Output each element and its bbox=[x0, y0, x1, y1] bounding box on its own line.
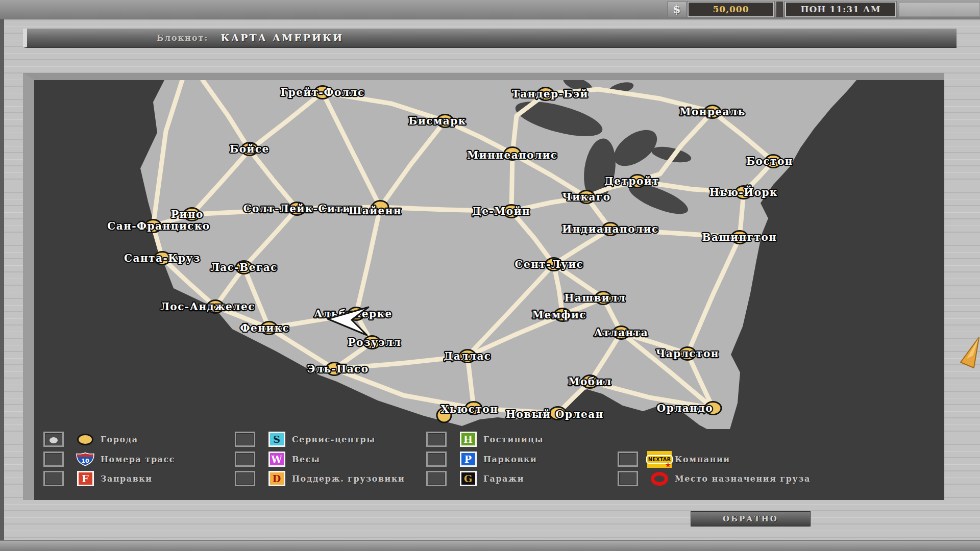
checkbox-companies[interactable] bbox=[618, 452, 638, 467]
fuel-icon: F bbox=[70, 470, 101, 487]
city-label: Солт-Лейк-Сити bbox=[243, 203, 351, 215]
topbar: $ 50,000 ПОН 11:31 АМ bbox=[0, 0, 980, 19]
back-button[interactable]: ОБРАТНО bbox=[691, 511, 811, 527]
legend-label-hotels: Гостиницы bbox=[483, 431, 544, 447]
city-label: Даллас bbox=[444, 350, 491, 362]
city-label: Миннеаполис bbox=[467, 149, 558, 161]
legend-item-companies: NEXTAR★Компании bbox=[618, 451, 944, 467]
legend-item-hotels: HГостиницы bbox=[426, 431, 753, 447]
city-label: Монреаль bbox=[679, 106, 745, 118]
city-label: Бисмарк bbox=[408, 115, 466, 127]
legend-label-truck-support: Поддерж. грузовики bbox=[292, 470, 405, 487]
garages-icon: G bbox=[453, 470, 483, 487]
scales-icon: W bbox=[261, 451, 292, 467]
checkbox-fuel[interactable] bbox=[43, 471, 64, 486]
city-label: Детройт bbox=[604, 175, 659, 187]
mouse-cursor bbox=[958, 334, 980, 371]
page-title: КАРТА АМЕРИКИ bbox=[220, 32, 344, 43]
city-label: Атланта bbox=[594, 327, 648, 339]
legend-label-garages: Гаражи bbox=[483, 470, 524, 487]
city-label: Лас-Вегас bbox=[210, 261, 278, 273]
city-label: Индианаполис bbox=[562, 223, 658, 235]
legend-label-fuel: Заправки bbox=[101, 470, 153, 487]
legend-item-cargo-destination: Место назначения груза bbox=[618, 470, 944, 487]
time-display: ПОН 11:31 АМ bbox=[785, 2, 896, 17]
legend-label-parking: Парковки bbox=[483, 451, 537, 467]
topbar-right-bumper bbox=[899, 2, 980, 17]
parking-icon: P bbox=[453, 451, 483, 467]
city-label: Сент-Луис bbox=[515, 258, 584, 270]
city-label: Новый Орлеан bbox=[506, 408, 604, 420]
legend-label-cargo-destination: Место назначения груза bbox=[675, 470, 811, 487]
usa-map[interactable]: Грейт-ФоллсТандер-БэйМонреальБисмаркБойс… bbox=[34, 80, 944, 429]
companies-icon: NEXTAR★ bbox=[644, 451, 675, 467]
city-label: Шайенн bbox=[349, 205, 402, 217]
hotels-icon: H bbox=[453, 431, 483, 447]
screen-bottom-edge bbox=[0, 540, 980, 551]
legend-label-route-numbers: Номера трасс bbox=[101, 451, 175, 467]
money-display: 50,000 bbox=[688, 2, 774, 17]
service-centers-icon: S bbox=[261, 431, 292, 447]
notebook-label: Блокнот: bbox=[157, 33, 208, 43]
legend: МАСШТАБ − + Города10Номера трассFЗаправк… bbox=[34, 429, 944, 500]
city-label: Хьюстон bbox=[441, 403, 499, 415]
legend-label-service-centers: Сервис-центры bbox=[292, 431, 376, 447]
game-screen: $ 50,000 ПОН 11:31 АМ Блокнот: КАРТА АМЕ… bbox=[0, 0, 980, 551]
legend-label-companies: Компании bbox=[675, 451, 730, 467]
city-label: Де-Мойн bbox=[472, 205, 530, 217]
dollar-icon: $ bbox=[667, 2, 687, 17]
legend-label-cities: Города bbox=[101, 431, 138, 447]
screen-left-edge bbox=[0, 0, 4, 551]
notebook-titlebar: Блокнот: КАРТА АМЕРИКИ bbox=[23, 29, 957, 48]
cities-icon bbox=[70, 431, 101, 447]
checkbox-hotels[interactable] bbox=[426, 432, 447, 447]
city-label: Рино bbox=[171, 208, 204, 220]
checkbox-truck-support[interactable] bbox=[235, 471, 255, 486]
city-label: Розуэлл bbox=[348, 336, 402, 348]
city-label: Мемфис bbox=[532, 309, 586, 321]
city-label: Феникс bbox=[240, 322, 290, 334]
cargo-destination-icon bbox=[644, 470, 675, 487]
checkbox-route-numbers[interactable] bbox=[43, 452, 64, 467]
city-label: Грейт-Фоллс bbox=[280, 86, 364, 98]
city-label: Орландо bbox=[657, 402, 713, 414]
topbar-divider bbox=[776, 2, 783, 17]
route-numbers-icon: 10 bbox=[70, 451, 101, 467]
city-label: Вашингтон bbox=[702, 231, 777, 243]
city-label: Чарлстон bbox=[656, 347, 719, 360]
city-label: Сан-Франциско bbox=[107, 220, 210, 232]
checkbox-scales[interactable] bbox=[235, 452, 255, 467]
city-label: Санта-Круз bbox=[124, 252, 201, 264]
checkbox-parking[interactable] bbox=[426, 452, 447, 467]
city-label: Чикаго bbox=[562, 191, 610, 203]
checkbox-cities[interactable] bbox=[43, 432, 64, 447]
svg-text:10: 10 bbox=[81, 458, 89, 464]
city-label: Бостон bbox=[746, 155, 793, 167]
checkbox-service-centers[interactable] bbox=[235, 432, 255, 447]
city-label: Эль-Пасо bbox=[307, 363, 369, 375]
city-label: Нашвилл bbox=[565, 292, 626, 304]
checkbox-garages[interactable] bbox=[426, 471, 447, 486]
truck-support-icon: D bbox=[261, 470, 292, 487]
checkbox-cargo-destination[interactable] bbox=[618, 471, 638, 486]
city-label: Мобил bbox=[568, 375, 611, 388]
city-label: Бойсе bbox=[230, 143, 270, 155]
city-label: Лос-Анджелес bbox=[160, 300, 255, 313]
legend-label-scales: Весы bbox=[292, 451, 320, 467]
map-panel: Грейт-ФоллсТандер-БэйМонреальБисмаркБойс… bbox=[23, 73, 944, 500]
city-label: Нью-Йорк bbox=[709, 185, 778, 198]
city-label: Тандер-Бэй bbox=[512, 88, 589, 100]
